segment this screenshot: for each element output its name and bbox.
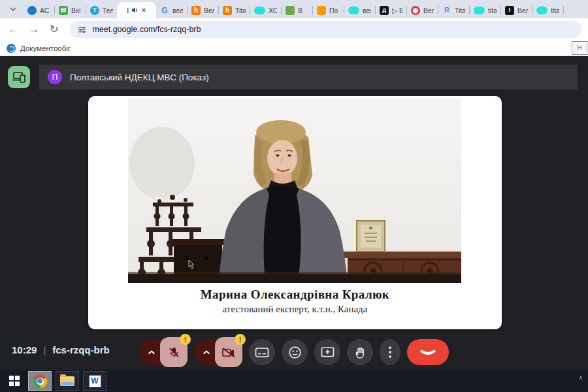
more-vert-icon	[389, 346, 391, 358]
time-and-code: 10:29 | fcs-rzqq-brb	[12, 344, 110, 355]
mic-warning-badge: !	[180, 334, 191, 345]
tab-h-site-2[interactable]: hTita	[219, 2, 250, 18]
captions-icon	[255, 347, 269, 358]
mic-off-icon	[167, 346, 180, 359]
tray-chevron-icon[interactable]: ∧	[578, 374, 583, 381]
tab-blue-r-site[interactable]: RTita	[438, 2, 469, 18]
taskbar-word[interactable]: W	[83, 371, 106, 391]
tab-green-site[interactable]: В	[282, 2, 312, 18]
browser-toolbar: ← → ↻ meet.google.com/fcs-rzqq-brb	[0, 18, 588, 41]
tab-docflow[interactable]: АС	[24, 2, 54, 18]
mic-muted-button[interactable]: !	[160, 337, 188, 367]
call-end-icon	[419, 348, 436, 356]
tab-black-i-site[interactable]: IВел	[501, 2, 532, 18]
forward-icon[interactable]: →	[29, 24, 39, 35]
reload-icon[interactable]: ↻	[50, 24, 58, 35]
captions-button[interactable]	[249, 339, 275, 365]
blue-r-icon: R	[442, 6, 451, 15]
bookmarks-bar: Документообіг	[0, 41, 588, 56]
google-icon: G	[160, 6, 169, 15]
tab-olx-4[interactable]: tita	[532, 2, 563, 18]
h-orange-icon: h	[223, 6, 232, 15]
meeting-code: fcs-rzqq-brb	[52, 344, 110, 355]
tab-olx-3[interactable]: tita	[470, 2, 500, 18]
olx-icon	[536, 7, 547, 14]
avatar: П	[48, 70, 62, 84]
olx-icon	[254, 7, 265, 14]
tab-title: Вел	[423, 7, 434, 14]
participant-role: атестований експерт, к.т.н., Канада	[88, 304, 502, 315]
present-screen-button[interactable]	[314, 339, 340, 365]
mail-icon: ✉	[59, 6, 68, 15]
taskbar-file-explorer[interactable]	[56, 371, 79, 391]
video-card: Марина Олександрівна Кралюк атестований …	[88, 96, 502, 329]
tab-title: Tita	[455, 7, 465, 14]
tab-meet-active[interactable]: І ×	[117, 2, 156, 18]
olx-icon	[474, 7, 485, 14]
tab-orange-site[interactable]: По	[313, 2, 344, 18]
address-bar[interactable]: meet.google.com/fcs-rzqq-brb	[70, 21, 581, 38]
windows-logo-icon	[9, 376, 20, 386]
tab-title: вел	[172, 7, 183, 14]
tab-title: Вхі	[71, 7, 80, 14]
taskbar-chrome[interactable]	[28, 371, 52, 391]
devices-tile-button[interactable]	[8, 66, 30, 88]
tab-title: ХС2	[269, 7, 277, 14]
docflow-icon	[27, 6, 37, 15]
participant-video	[128, 98, 461, 283]
camera-warning-badge: !	[235, 334, 246, 345]
divider: |	[43, 344, 46, 355]
presentation-tile[interactable]: П Полтавський НДЕКЦ МВС (Показ)	[39, 65, 578, 90]
tab-title: tita	[551, 7, 559, 14]
black-d-icon: д	[380, 6, 389, 15]
tab-olx-1[interactable]: ХС2	[250, 2, 281, 18]
back-icon[interactable]: ←	[8, 24, 18, 35]
bookmark-favicon	[7, 44, 16, 53]
tab-telegram[interactable]: ТТел	[86, 2, 117, 18]
reactions-button[interactable]	[282, 339, 308, 365]
more-options-button[interactable]	[380, 339, 400, 365]
tab-olx-2[interactable]: вел	[344, 2, 375, 18]
tab-red-target-site[interactable]: ◉Вел	[407, 2, 438, 18]
tab-separator	[563, 6, 564, 14]
camera-off-button[interactable]: !	[215, 337, 242, 367]
tab-title: В	[298, 7, 302, 14]
bag-icon	[317, 6, 326, 15]
tab-close-icon[interactable]: ×	[141, 6, 146, 14]
olx-icon	[348, 7, 359, 14]
meet-page: П Полтавський НДЕКЦ МВС (Показ)	[0, 56, 588, 370]
chevron-up-icon	[203, 350, 210, 355]
tab-audio-icon[interactable]	[131, 7, 139, 14]
start-button[interactable]	[5, 370, 24, 392]
end-call-button[interactable]	[407, 339, 449, 365]
raise-hand-button[interactable]	[347, 339, 373, 365]
tab-black-d-site[interactable]: д▷ В	[376, 2, 406, 18]
hand-icon	[354, 346, 366, 359]
tab-mail[interactable]: ✉Вхі	[55, 2, 86, 18]
bookmark-item[interactable]: Документообіг	[20, 44, 71, 52]
tab-title: Тел	[103, 7, 113, 14]
tab-search-chevron-icon[interactable]	[5, 2, 22, 16]
tab-title: ▷ В	[392, 7, 402, 14]
tab-title: АС	[40, 7, 49, 14]
tab-h-site-1[interactable]: hВел	[188, 2, 218, 18]
participant-name: Марина Олександрівна Кралюк	[88, 287, 502, 302]
word-icon: W	[89, 375, 101, 387]
plant-icon	[286, 6, 295, 15]
url-text: meet.google.com/fcs-rzqq-brb	[92, 25, 201, 34]
clock-time: 10:29	[12, 344, 37, 355]
windows-taskbar: W ∧	[0, 370, 588, 392]
tab-title: По	[329, 7, 338, 14]
bookmark-overflow-box[interactable]: Н	[572, 41, 587, 55]
tab-title: Вел	[204, 7, 214, 14]
chevron-up-icon	[148, 350, 155, 355]
tab-google-search[interactable]: Gвел	[156, 2, 187, 18]
tab-title: І	[127, 7, 129, 14]
camera-control-group: !	[194, 337, 242, 367]
camera-off-icon	[221, 347, 236, 358]
telegram-icon: Т	[90, 6, 99, 15]
screen: АС ✉Вхі ТТел І × Gвел hВел hTita ХС2 В П…	[0, 0, 588, 392]
tab-title: Tita	[235, 7, 246, 14]
laptop-phone-icon	[12, 71, 26, 84]
site-settings-icon[interactable]	[78, 25, 86, 34]
